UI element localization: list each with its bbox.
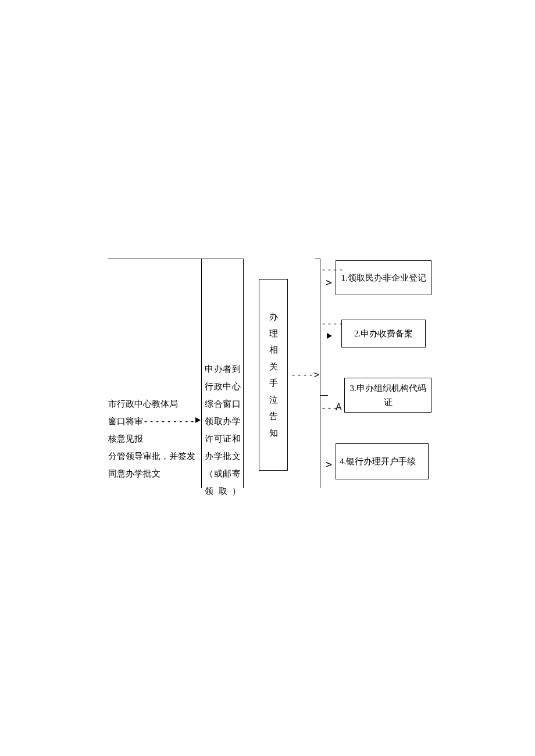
center-box-text: 办理相关手泣告知 bbox=[268, 309, 279, 441]
frame-left-edge bbox=[201, 259, 202, 488]
arrow-to-item2-head bbox=[327, 333, 332, 339]
right-item-4: 4.银行办理开户手续 bbox=[336, 443, 429, 479]
right-item-2: 2.申办收费备案 bbox=[341, 320, 426, 347]
arrow-left-to-mid-head bbox=[195, 417, 201, 423]
left-block-line2: 窗口将审--------- bbox=[108, 413, 195, 430]
left-block-line2-text: 窗口将审 bbox=[108, 417, 143, 426]
left-block-line4: 分管领导审批，并签发 bbox=[108, 447, 195, 465]
arrow-to-item3-A: A bbox=[336, 402, 342, 413]
arrow-to-item3-stub bbox=[320, 395, 328, 396]
mid-block: 申办者到行政中心综合窗口领取办学许可证和办学批文（或邮寄领取） bbox=[205, 360, 241, 500]
right-item-4-text: 4.银行办理开户手续 bbox=[340, 454, 416, 468]
left-block-line5: 同意办学批文 bbox=[108, 465, 160, 482]
right-split-top-tick bbox=[315, 259, 320, 259]
mid-block-text: 申办者到行政中心综合窗口领取办学许可证和办学批文（或邮寄领取） bbox=[205, 364, 241, 496]
arrow-to-item1-head: > bbox=[326, 276, 332, 288]
right-item-3: 3.申办组织机构代码证 bbox=[344, 378, 431, 413]
frame-top-mid-segment bbox=[201, 259, 243, 259]
frame-top-left-segment bbox=[108, 259, 201, 259]
right-item-1-text: 1.领取民办非企业登记 bbox=[341, 271, 426, 285]
left-block-line3: 核意见报 bbox=[108, 430, 143, 447]
arrow-center-to-split: ----> bbox=[291, 370, 320, 380]
right-item-2-text: 2.申办收费备案 bbox=[354, 327, 413, 341]
center-box: 办理相关手泣告知 bbox=[259, 279, 288, 471]
right-split-line bbox=[320, 259, 320, 488]
arrow-left-to-mid-dash: --------- bbox=[143, 416, 195, 427]
right-item-3-text: 3.申办组织机构代码证 bbox=[348, 381, 427, 409]
left-block-line1: 市行政中心教体局 bbox=[108, 395, 178, 413]
arrow-to-item4-head: > bbox=[326, 458, 332, 470]
frame-right-edge-of-mid bbox=[243, 259, 244, 488]
right-item-1: 1.领取民办非企业登记 bbox=[336, 260, 431, 295]
